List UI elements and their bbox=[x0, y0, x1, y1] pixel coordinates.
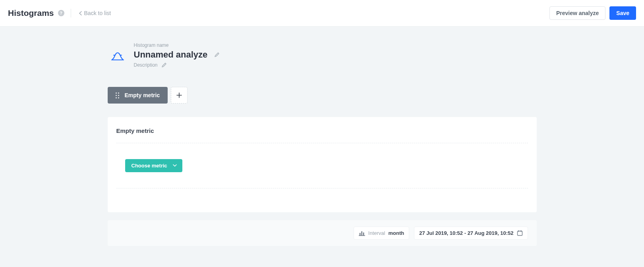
chevron-left-icon bbox=[79, 11, 82, 15]
svg-rect-5 bbox=[361, 231, 362, 235]
title-block: Histogram name Unnamed analyze Descripti… bbox=[111, 42, 537, 68]
date-range-selector[interactable]: 27 Jul 2019, 10:52 - 27 Aug 2019, 10:52 bbox=[414, 227, 528, 240]
help-icon[interactable]: ? bbox=[58, 10, 64, 16]
chevron-down-icon bbox=[173, 164, 177, 167]
topbar-left: Histograms ? Back to list bbox=[8, 8, 111, 18]
card-body: Choose metric bbox=[116, 143, 528, 188]
interval-selector[interactable]: Interval month bbox=[354, 227, 409, 240]
pencil-icon[interactable] bbox=[162, 63, 166, 67]
canvas: Histogram name Unnamed analyze Descripti… bbox=[0, 27, 644, 267]
save-button[interactable]: Save bbox=[609, 6, 636, 20]
svg-rect-6 bbox=[363, 232, 364, 235]
topbar: Histograms ? Back to list Preview analyz… bbox=[0, 0, 644, 27]
choose-metric-dropdown[interactable]: Choose metric bbox=[125, 159, 182, 172]
container: Histogram name Unnamed analyze Descripti… bbox=[108, 42, 537, 246]
divider bbox=[116, 188, 528, 188]
interval-value: month bbox=[389, 230, 404, 236]
page-title-wrap: Histograms ? bbox=[8, 8, 64, 18]
back-label: Back to list bbox=[84, 10, 111, 16]
card-title: Empty metric bbox=[116, 127, 528, 134]
title-row: Unnamed analyze bbox=[134, 50, 220, 60]
histogram-icon bbox=[111, 49, 124, 62]
add-metric-button[interactable] bbox=[171, 87, 188, 104]
preview-analyze-button[interactable]: Preview analyze bbox=[549, 6, 605, 20]
title-meta: Histogram name Unnamed analyze Descripti… bbox=[134, 42, 220, 68]
svg-rect-3 bbox=[359, 235, 365, 236]
metric-tab-label: Empty metric bbox=[125, 92, 160, 98]
back-to-list-link[interactable]: Back to list bbox=[79, 10, 111, 16]
result-toolbar: Interval month 27 Jul 2019, 10:52 - 27 A… bbox=[108, 220, 537, 246]
topbar-right: Preview analyze Save bbox=[549, 6, 636, 20]
svg-rect-7 bbox=[517, 231, 522, 236]
calendar-icon bbox=[517, 230, 523, 236]
description-label[interactable]: Description bbox=[134, 62, 158, 68]
plus-icon bbox=[176, 92, 182, 98]
description-row: Description bbox=[134, 62, 220, 68]
bar-chart-icon bbox=[359, 231, 365, 236]
metric-card: Empty metric Choose metric bbox=[108, 117, 537, 212]
histogram-name[interactable]: Unnamed analyze bbox=[134, 50, 208, 60]
drag-handle-icon[interactable] bbox=[116, 92, 119, 98]
choose-metric-label: Choose metric bbox=[132, 163, 167, 169]
divider bbox=[71, 9, 71, 17]
svg-rect-4 bbox=[360, 233, 360, 235]
page-title: Histograms bbox=[8, 8, 54, 18]
metric-tabs: Empty metric bbox=[108, 87, 537, 104]
date-range-value: 27 Jul 2019, 10:52 - 27 Aug 2019, 10:52 bbox=[419, 230, 513, 236]
metric-tab-active[interactable]: Empty metric bbox=[108, 87, 168, 104]
histogram-name-label: Histogram name bbox=[134, 42, 220, 48]
pencil-icon[interactable] bbox=[215, 52, 219, 57]
interval-label: Interval bbox=[368, 230, 385, 236]
